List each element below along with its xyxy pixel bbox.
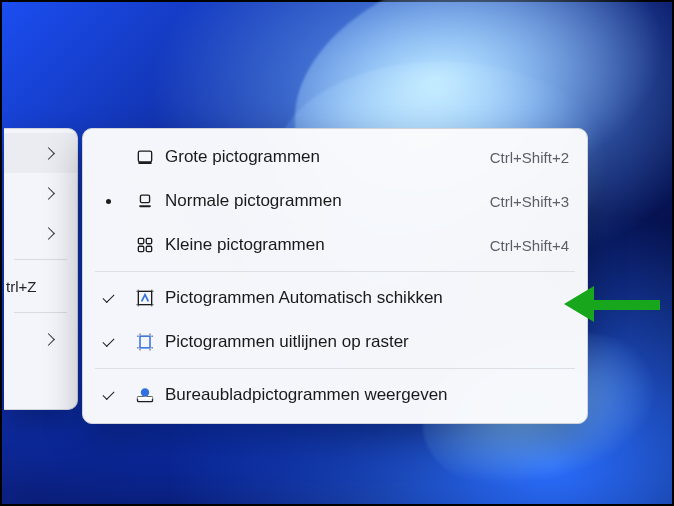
parent-menu-item[interactable] [4, 133, 77, 173]
show-desktop-icons-icon [125, 385, 165, 405]
parent-menu-item[interactable] [4, 213, 77, 253]
menu-item-small-icons[interactable]: Kleine pictogrammen Ctrl+Shift+4 [83, 223, 587, 267]
chevron-right-icon [42, 147, 55, 160]
menu-item-label: Normale pictogrammen [165, 191, 490, 211]
menu-item-label: Grote pictogrammen [165, 147, 490, 167]
svg-rect-2 [140, 195, 149, 203]
menu-item-label: Kleine pictogrammen [165, 235, 490, 255]
chevron-right-icon [42, 187, 55, 200]
svg-rect-6 [138, 246, 143, 251]
menu-item-show-desktop-icons[interactable]: Bureaubladpictogrammen weergeven [83, 373, 587, 417]
menu-item-large-icons[interactable]: Grote pictogrammen Ctrl+Shift+2 [83, 135, 587, 179]
parent-context-menu: trl+Z [4, 128, 78, 410]
menu-item-label: Bureaubladpictogrammen weergeven [165, 385, 569, 405]
parent-menu-item[interactable]: trl+Z [4, 266, 77, 306]
svg-point-11 [141, 388, 149, 396]
parent-menu-shortcut: trl+Z [4, 278, 53, 295]
svg-rect-3 [139, 205, 151, 207]
menu-separator [14, 259, 67, 260]
check-icon [102, 291, 114, 303]
small-icons-icon [125, 235, 165, 255]
svg-rect-7 [146, 246, 151, 251]
check-icon [102, 335, 114, 347]
chevron-right-icon [42, 227, 55, 240]
menu-item-medium-icons[interactable]: Normale pictogrammen Ctrl+Shift+3 [83, 179, 587, 223]
menu-item-label: Pictogrammen Automatisch schikken [165, 288, 569, 308]
parent-menu-item[interactable] [4, 173, 77, 213]
svg-rect-9 [140, 336, 150, 348]
svg-rect-0 [138, 151, 151, 162]
view-submenu: Grote pictogrammen Ctrl+Shift+2 Normale … [82, 128, 588, 424]
svg-rect-4 [138, 238, 143, 243]
chevron-right-icon [42, 333, 55, 346]
large-icons-icon [125, 147, 165, 167]
menu-item-shortcut: Ctrl+Shift+4 [490, 237, 569, 254]
menu-item-align-to-grid[interactable]: Pictogrammen uitlijnen op raster [83, 320, 587, 364]
menu-separator [14, 312, 67, 313]
svg-rect-5 [146, 238, 151, 243]
menu-item-auto-arrange[interactable]: Pictogrammen Automatisch schikken [83, 276, 587, 320]
medium-icons-icon [125, 191, 165, 211]
check-icon [102, 388, 114, 400]
check-mark-slot [91, 338, 125, 346]
radio-mark-slot [91, 199, 125, 204]
menu-item-shortcut: Ctrl+Shift+3 [490, 193, 569, 210]
check-mark-slot [91, 391, 125, 399]
parent-menu-item[interactable] [4, 319, 77, 359]
auto-arrange-icon [125, 288, 165, 308]
svg-rect-12 [138, 397, 153, 400]
radio-selected-icon [106, 199, 111, 204]
menu-separator [95, 368, 575, 369]
check-mark-slot [91, 294, 125, 302]
menu-item-shortcut: Ctrl+Shift+2 [490, 149, 569, 166]
menu-separator [95, 271, 575, 272]
svg-rect-1 [138, 162, 151, 164]
menu-item-label: Pictogrammen uitlijnen op raster [165, 332, 569, 352]
align-to-grid-icon [125, 332, 165, 352]
